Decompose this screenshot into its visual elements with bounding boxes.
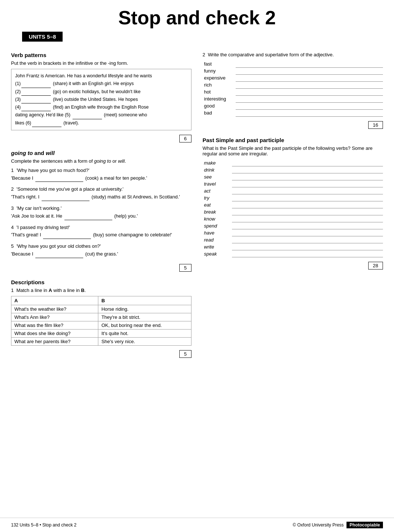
footer-right: © Oxford University Press Photocopiable: [293, 522, 383, 528]
comp-blank-good-2: [309, 102, 383, 109]
going-to-section: going to and will Complete the sentences…: [11, 150, 191, 274]
photocopiable-badge: Photocopiable: [346, 522, 383, 528]
comp-blank-expensive-2: [309, 74, 383, 81]
table-row: What does she like doing? It's quite hot…: [11, 329, 191, 337]
past-blank-eat-2: [307, 201, 383, 208]
desc-b-4: It's quite hot.: [98, 329, 191, 337]
verb-patterns-subtitle: Put the verb in brackets in the infiniti…: [11, 60, 191, 66]
comp-word-fast: fast: [203, 60, 236, 67]
desc-a-5: What are her parents like?: [11, 337, 98, 345]
descriptions-subtitle: 1 Match a line in A with a line in B.: [11, 288, 191, 293]
going-to-sentences: 1 'Why have you got so much food?' 'Beca…: [11, 167, 191, 258]
past-blank-speak-2: [307, 250, 383, 257]
comp-blank-rich-2: [309, 81, 383, 88]
past-blank-know-2: [307, 215, 383, 222]
past-word-travel: travel: [203, 180, 232, 187]
past-blank-try-2: [307, 194, 383, 201]
desc-score: 5: [179, 350, 191, 358]
table-row: good: [203, 102, 383, 109]
past-simple-section: Past Simple and past participle What is …: [203, 137, 383, 272]
comp-blank-expensive-1: [236, 74, 309, 81]
past-word-eat: eat: [203, 201, 232, 208]
past-blank-spend-2: [307, 222, 383, 229]
comp-blank-good-1: [236, 102, 309, 109]
verb-box-line7: likes (6) (travel).: [15, 120, 79, 126]
page-title: Stop and check 2: [0, 0, 394, 32]
table-row: What are her parents like? She's very ni…: [11, 337, 191, 345]
going-to-and: and: [34, 150, 46, 156]
units-bar-wrap: UNITS 5–8: [0, 32, 394, 48]
desc-col-a-header: A: [11, 296, 98, 305]
past-score-row: 28: [203, 260, 383, 272]
table-row: eat: [203, 201, 383, 208]
verb-patterns-box: John Frantz is American. He has a wonder…: [11, 69, 191, 130]
left-column: Verb patterns Put the verb in brackets i…: [11, 48, 191, 364]
descriptions-section: Descriptions 1 Match a line in A with a …: [11, 279, 191, 360]
comparative-table: fast funny expensive: [203, 60, 383, 117]
going-to-score-row: 5: [11, 262, 191, 274]
table-row: make: [203, 159, 383, 166]
table-row: speak: [203, 250, 383, 257]
comp-blank-fast-2: [309, 60, 383, 67]
comp-blank-funny-1: [236, 67, 309, 74]
past-blank-have-2: [307, 229, 383, 236]
table-row: interesting: [203, 95, 383, 102]
comp-word-rich: rich: [203, 81, 236, 88]
sentence-5: 5 'Why have you got your old clothes on?…: [11, 243, 191, 258]
footer-copyright: © Oxford University Press: [293, 522, 344, 528]
past-word-have: have: [203, 229, 232, 236]
comp-blank-bad-1: [236, 109, 309, 116]
desc-b-1: Horse riding.: [98, 305, 191, 313]
past-simple-table: make drink see: [203, 159, 383, 258]
past-blank-break-1: [232, 208, 307, 215]
past-blank-speak-1: [232, 250, 307, 257]
comp-word-funny: funny: [203, 67, 236, 74]
footer-left: 132 Units 5–8 • Stop and check 2: [11, 522, 77, 528]
verb-box-line2: (1) (share) it with an English girl. He …: [15, 81, 134, 86]
desc-b-3: OK, but boring near the end.: [98, 321, 191, 329]
past-word-try: try: [203, 194, 232, 201]
comp-blank-hot-1: [236, 88, 309, 95]
comp-blank-hot-2: [309, 88, 383, 95]
table-row: travel: [203, 180, 383, 187]
past-blank-try-1: [232, 194, 307, 201]
table-row: act: [203, 187, 383, 194]
table-row: try: [203, 194, 383, 201]
comp-word-interesting: interesting: [203, 95, 236, 102]
past-blank-have-1: [232, 229, 307, 236]
past-word-know: know: [203, 215, 232, 222]
past-blank-travel-1: [232, 180, 307, 187]
table-row: read: [203, 236, 383, 243]
comp-blank-funny-2: [309, 67, 383, 74]
going-to-will-label: will: [46, 150, 54, 156]
going-to-title: going to and will: [11, 150, 191, 156]
table-row: What's the weather like? Horse riding.: [11, 305, 191, 313]
verb-box-line3: (2) (go) on exotic holidays, but he woul…: [15, 89, 141, 94]
desc-a-1: What's the weather like?: [11, 305, 98, 313]
comp-word-bad: bad: [203, 109, 236, 116]
table-row: have: [203, 229, 383, 236]
table-row: fast: [203, 60, 383, 67]
past-blank-drink-1: [232, 166, 307, 173]
table-row: What was the film like? OK, but boring n…: [11, 321, 191, 329]
footer: 132 Units 5–8 • Stop and check 2 © Oxfor…: [0, 518, 394, 532]
verb-box-line1: John Frantz is American. He has a wonder…: [15, 73, 152, 78]
verb-score-row: 6: [11, 133, 191, 145]
past-word-read: read: [203, 236, 232, 243]
descriptions-table: A B What's the weather like? Horse ridin…: [11, 296, 191, 346]
comp-score-row: 16: [203, 119, 383, 131]
desc-a-4: What does she like doing?: [11, 329, 98, 337]
table-row: bad: [203, 109, 383, 116]
past-word-see: see: [203, 173, 232, 180]
comparative-subtitle: 2 Write the comparative and superlative …: [203, 52, 383, 57]
past-blank-spend-1: [232, 222, 307, 229]
past-simple-subtitle: What is the Past Simple and the past par…: [203, 145, 383, 156]
table-row: spend: [203, 222, 383, 229]
past-score: 28: [368, 262, 383, 269]
past-word-write: write: [203, 243, 232, 250]
main-content: Verb patterns Put the verb in brackets i…: [0, 48, 394, 364]
past-blank-break-2: [307, 208, 383, 215]
desc-b-5: She's very nice.: [98, 337, 191, 345]
table-row: hot: [203, 88, 383, 95]
going-to-label: going to: [11, 150, 33, 156]
